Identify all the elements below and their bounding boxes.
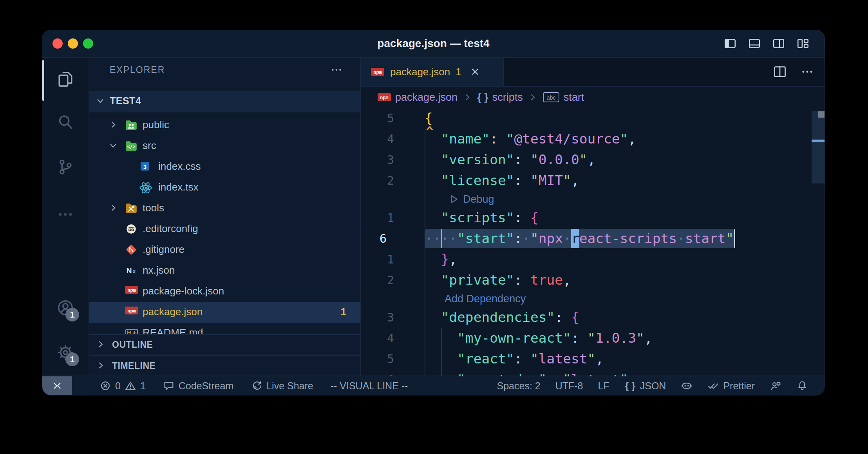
breadcrumb-separator (463, 93, 472, 102)
status-right: Spaces: 2UTF-8LF{ }JSONPrettier (497, 376, 825, 395)
code-line[interactable]: 1 "scripts": { (361, 207, 825, 228)
status-text: Live Share (266, 380, 313, 392)
codelens-debug[interactable]: Debug (448, 191, 494, 207)
search-icon (56, 113, 74, 131)
tree-item-nx-json[interactable]: Nxnx.json (89, 260, 360, 281)
workbench: 11 EXPLORER TEST4 public</>src3index.css… (42, 58, 825, 376)
title-bar: package.json — test4 (42, 30, 825, 58)
git-icon (125, 243, 138, 256)
error-icon (99, 380, 111, 392)
desktop-background: package.json — test4 11 EXPLORER TEST4 p… (0, 0, 868, 454)
sidebar-more-icon[interactable] (330, 63, 343, 76)
tab-package-json[interactable]: npm package.json 1 (361, 58, 504, 86)
window-title: package.json — test4 (42, 30, 825, 57)
status-codestream[interactable]: CodeStream (163, 380, 233, 392)
svg-text:3: 3 (143, 163, 146, 170)
folder-tools-icon (125, 202, 138, 215)
files-icon (56, 70, 74, 88)
codelens-add-dependency[interactable]: Add Dependency (445, 291, 526, 307)
activity-source-control[interactable] (56, 158, 74, 176)
status-feedback[interactable] (770, 380, 781, 392)
status-eol[interactable]: LF (598, 380, 609, 392)
code-text: }, (425, 249, 457, 270)
code-text: "name": "@test4/source", (425, 129, 636, 149)
sidebar-section-outline[interactable]: OUTLINE (89, 334, 360, 355)
scrollbar-slider[interactable] (812, 111, 825, 183)
code-line[interactable]: 2 "license": "MIT", (361, 170, 825, 191)
sidebar-section-timeline[interactable]: TIMELINE (89, 355, 360, 376)
overview-selection-marker (812, 140, 825, 142)
line-number: 2 (361, 270, 394, 291)
sidebar-title: EXPLORER (110, 65, 165, 75)
status-copilot[interactable] (681, 380, 693, 392)
status-text: Spaces: 2 (497, 380, 541, 392)
tree-item--gitignore[interactable]: .gitignore (89, 240, 360, 260)
status-text: JSON (640, 380, 666, 392)
activity-accounts[interactable]: 1 (56, 299, 74, 317)
tree-item-label: tools (143, 202, 164, 214)
editor-scrollbar (812, 108, 825, 376)
toggle-primary-sidebar-button[interactable] (723, 37, 737, 50)
code-area[interactable]: 5{4 "name": "@test4/source",3 "version":… (361, 108, 825, 376)
split-editor-button[interactable] (773, 65, 787, 79)
code-line[interactable]: 5 "react": "latest", (361, 349, 825, 369)
more-actions-button[interactable] (800, 65, 814, 79)
close-tab-icon[interactable] (469, 66, 481, 78)
tree-item-package-lock-json[interactable]: npmpackage-lock.json (89, 281, 360, 302)
toggle-panel-button[interactable] (748, 37, 761, 50)
vscode-window: package.json — test4 11 EXPLORER TEST4 p… (42, 30, 825, 395)
code-line[interactable]: 1 }, (361, 249, 825, 270)
tree-item-public[interactable]: public (89, 115, 360, 136)
tree-item-label: package.json (143, 306, 203, 318)
overview-warning-marker (818, 111, 825, 118)
vim-mark: ^ (426, 124, 433, 138)
tree-root-row[interactable]: TEST4 (89, 91, 360, 112)
activity-settings[interactable]: 1 (56, 343, 74, 361)
vim-block-cursor: r (571, 229, 579, 248)
source-control-icon (56, 158, 74, 176)
status-encoding[interactable]: UTF-8 (555, 380, 583, 392)
layout-controls (723, 30, 810, 57)
tree-item-label: index.css (158, 160, 201, 173)
status-remote[interactable] (42, 376, 72, 395)
activity-more[interactable] (56, 205, 74, 223)
status-vim-mode[interactable]: -- VISUAL LINE -- (331, 380, 408, 392)
tree-item--editorconfig[interactable]: .editorconfig (89, 219, 360, 240)
code-line[interactable]: 6····"start":·"npx·react-scripts·start"r (361, 228, 825, 249)
codelens-row[interactable]: Debug (361, 191, 825, 207)
tree-item-package-json[interactable]: npmpackage.json1 (89, 302, 360, 323)
editor-group: npm package.json 1 npmpackage.json{ }scr… (361, 58, 825, 376)
status-notifications[interactable] (796, 380, 808, 392)
breadcrumb-item-scripts[interactable]: { }scripts (477, 91, 523, 104)
code-line[interactable]: 3 "version": "0.0.0", (361, 149, 825, 170)
tree-item-index-css[interactable]: 3index.css (89, 156, 360, 177)
activity-search[interactable] (56, 113, 74, 131)
toggle-secondary-sidebar-button[interactable] (772, 37, 785, 50)
customize-layout-button[interactable] (796, 37, 810, 50)
svg-text:</>: </> (127, 144, 135, 149)
code-line[interactable]: 2 "private": true, (361, 270, 825, 291)
breadcrumb-item-package-json[interactable]: npmpackage.json (377, 91, 458, 104)
status-indentation[interactable]: Spaces: 2 (497, 380, 541, 392)
double-check-icon (707, 380, 719, 392)
tree-item-tools[interactable]: tools (89, 198, 360, 219)
code-text: "dependencies": { (425, 307, 579, 328)
code-line[interactable]: 3 "dependencies": { (361, 307, 825, 328)
line-number: 4 (361, 129, 394, 149)
layout-grid-icon (796, 37, 810, 50)
chevron-down-icon (109, 141, 118, 150)
tree-item-label: src (143, 140, 156, 152)
breadcrumb-item-start[interactable]: abcstart (542, 91, 584, 104)
status-problems[interactable]: 01 (99, 380, 146, 392)
code-line[interactable]: 4 "my-own-react": "1.0.3", (361, 328, 825, 349)
layout-sidebar-right-icon (772, 37, 785, 50)
status-language-mode[interactable]: { }JSON (624, 380, 666, 392)
tree-item-label: package-lock.json (143, 285, 224, 297)
tree-item-src[interactable]: </>src (89, 136, 360, 156)
activity-explorer[interactable] (56, 70, 74, 88)
status-prettier[interactable]: Prettier (707, 380, 755, 392)
codelens-row[interactable]: Add Dependency (361, 291, 825, 307)
breadcrumb-label: package.json (395, 91, 458, 104)
tree-item-index-tsx[interactable]: index.tsx (89, 177, 360, 198)
status-live-share[interactable]: Live Share (251, 380, 313, 392)
